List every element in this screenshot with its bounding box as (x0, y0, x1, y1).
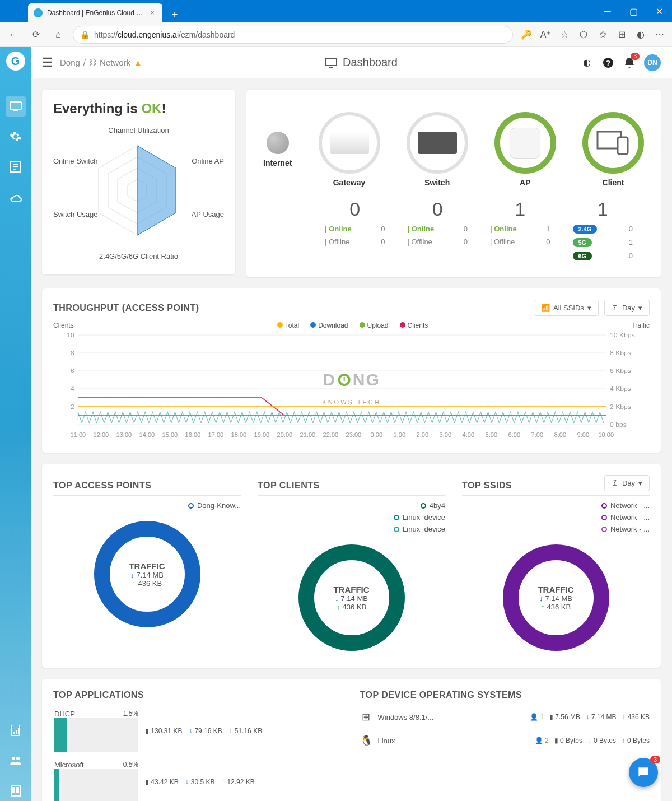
chart-legend: Total Download Upload Clients (277, 322, 428, 329)
svg-text:8: 8 (71, 350, 74, 356)
svg-rect-8 (18, 728, 19, 734)
calendar-icon: 🗓 (612, 479, 619, 487)
new-tab-button[interactable]: + (167, 7, 183, 22)
breadcrumb-user: Dong (60, 58, 80, 67)
svg-text:0:00: 0:00 (371, 432, 383, 438)
read-aloud-icon[interactable]: A⁺ (539, 28, 552, 41)
top-device-os: TOP DEVICE OPERATING SYSTEMS ⊞Windows 8/… (360, 690, 650, 801)
app-row[interactable]: Microsoft0.5%▮ 43.42 KB↓30.5 KB↑12.92 KB (53, 756, 343, 801)
fav-icon[interactable]: ☆ (558, 28, 571, 41)
timerange-dropdown[interactable]: 🗓 Day ▾ (604, 300, 650, 316)
throughput-chart[interactable]: 10864210 Kbps8 Kbps6 Kbps4 Kbps2 Kbps0 b… (53, 329, 650, 441)
menu-toggle-button[interactable]: ☰ (42, 55, 53, 70)
url-input[interactable]: 🔒 https://cloud.engenius.ai/ezm/dashboar… (73, 26, 513, 44)
tab-title: Dashboard | EnGenius Cloud - D... (47, 9, 143, 17)
svg-text:13:00: 13:00 (116, 432, 132, 438)
svg-point-10 (16, 757, 20, 760)
svg-text:18:00: 18:00 (231, 432, 246, 438)
app-row[interactable]: DHCP1.5%▮ 130.31 KB↓79.16 KB↑51.16 KB (53, 705, 343, 756)
back-button[interactable]: ← (6, 27, 21, 43)
breadcrumb[interactable]: Dong / ⛓ Network ▲ (60, 58, 142, 67)
app-topbar: ☰ Dong / ⛓ Network ▲ Dashboard ◐ ? (31, 47, 672, 78)
card-top-lists: 🗓 Day ▾ TOP ACCESS POINTS Dong-Know... T… (42, 464, 661, 668)
svg-text:0 bps: 0 bps (610, 421, 627, 428)
svg-text:14:00: 14:00 (139, 432, 155, 438)
nav-cloud[interactable] (6, 187, 26, 207)
warning-icon: ▲ (134, 58, 142, 67)
svg-text:16:00: 16:00 (185, 432, 200, 438)
notif-badge: 3 (631, 53, 640, 60)
topo-node-ap[interactable]: AP (494, 112, 556, 187)
svg-rect-26 (618, 137, 628, 154)
window-close-button[interactable]: ✕ (646, 0, 672, 22)
svg-text:5:00: 5:00 (486, 432, 498, 438)
extension-icon[interactable]: ⬡ (577, 28, 590, 41)
nav-building[interactable] (6, 781, 26, 801)
legend-item[interactable]: 4by4 (421, 501, 445, 510)
more-icon[interactable]: ⋯ (653, 28, 666, 41)
radar-label-apu: AP Usage (192, 210, 224, 218)
window-maximize-button[interactable]: ▢ (620, 0, 646, 22)
theme-toggle-button[interactable]: ◐ (580, 56, 594, 69)
card-throughput: THROUGHPUT (ACCESS POINT) 📶 All SSIDs ▾ … (42, 288, 661, 453)
refresh-button[interactable]: ⟳ (28, 27, 44, 43)
svg-text:21:00: 21:00 (300, 432, 315, 438)
browser-titlebar: Dashboard | EnGenius Cloud - D... × + ─ … (0, 0, 672, 22)
top-access-points: TOP ACCESS POINTS Dong-Know... TRAFFIC ↓… (53, 481, 241, 651)
svg-text:4:00: 4:00 (463, 432, 475, 438)
nav-dashboard[interactable] (6, 96, 26, 117)
collections-icon[interactable]: ⊞ (615, 28, 628, 41)
switch-count: 0 (432, 198, 443, 220)
radar-label-ratio: 2.4G/5G/6G Client Ratio (99, 252, 178, 260)
svg-rect-12 (13, 788, 15, 789)
top3-timerange-dropdown[interactable]: 🗓 Day ▾ (604, 475, 650, 491)
svg-text:8 Kbps: 8 Kbps (610, 350, 631, 356)
svg-rect-6 (13, 732, 15, 734)
favorites-icon[interactable]: ✩ (596, 28, 609, 41)
key-icon[interactable]: 🔑 (520, 28, 533, 41)
help-button[interactable]: ? (601, 56, 615, 69)
nav-users[interactable] (6, 751, 26, 771)
client-count: 1 (598, 198, 608, 220)
nav-reports[interactable] (6, 157, 26, 177)
home-button[interactable]: ⌂ (50, 27, 66, 43)
legend-item[interactable]: Linux_device (394, 513, 445, 521)
close-tab-icon[interactable]: × (148, 9, 157, 17)
url-text: https://cloud.engenius.ai/ezm/dashboard (94, 30, 235, 39)
svg-text:15:00: 15:00 (162, 432, 178, 438)
topo-node-switch[interactable]: Switch (407, 112, 468, 187)
svg-text:?: ? (606, 59, 610, 67)
legend-item[interactable]: Linux_device (394, 525, 445, 533)
profile-icon[interactable]: ◐ (634, 28, 647, 41)
svg-text:22:00: 22:00 (323, 432, 338, 438)
svg-rect-13 (17, 788, 18, 789)
browser-tab-active[interactable]: Dashboard | EnGenius Cloud - D... × (28, 3, 162, 22)
svg-rect-7 (16, 730, 17, 734)
topo-node-client[interactable]: Client (582, 112, 644, 187)
nav-analytics[interactable] (6, 720, 26, 741)
svg-text:10 Kbps: 10 Kbps (610, 332, 635, 338)
avatar[interactable]: DN (644, 54, 661, 71)
legend-item[interactable]: Network - ... (601, 513, 650, 521)
y-left-label: Clients (53, 322, 74, 329)
legend-item[interactable]: Network - ... (601, 525, 650, 533)
calendar-icon: 🗓 (612, 304, 619, 312)
chat-button[interactable]: 3 (629, 758, 658, 787)
app-logo-icon[interactable]: G (6, 52, 25, 71)
globe-icon (267, 132, 289, 154)
nav-settings[interactable] (6, 127, 26, 147)
y-right-label: Traffic (631, 322, 650, 329)
notifications-button[interactable]: 3 (623, 56, 636, 69)
os-row[interactable]: ⊞Windows 8/8.1/...👤 1▮ 7.56 MB↓7.14 MB↑4… (360, 705, 650, 729)
window-minimize-button[interactable]: ─ (595, 0, 620, 22)
os-row[interactable]: 🐧Linux👤 2▮ 0 Bytes↓0 Bytes↑0 Bytes (360, 729, 650, 752)
svg-text:23:00: 23:00 (346, 432, 361, 438)
wifi-icon: 📶 (541, 304, 550, 312)
legend-item[interactable]: Dong-Know... (188, 501, 241, 510)
breadcrumb-network: Network (100, 58, 130, 67)
legend-item[interactable]: Network - ... (601, 501, 650, 510)
top-applications: TOP APPLICATIONS DHCP1.5%▮ 130.31 KB↓79.… (53, 690, 343, 801)
ssid-dropdown[interactable]: 📶 All SSIDs ▾ (534, 300, 599, 316)
svg-text:6:00: 6:00 (508, 432, 521, 438)
topo-node-gateway[interactable]: Gateway (319, 112, 380, 187)
